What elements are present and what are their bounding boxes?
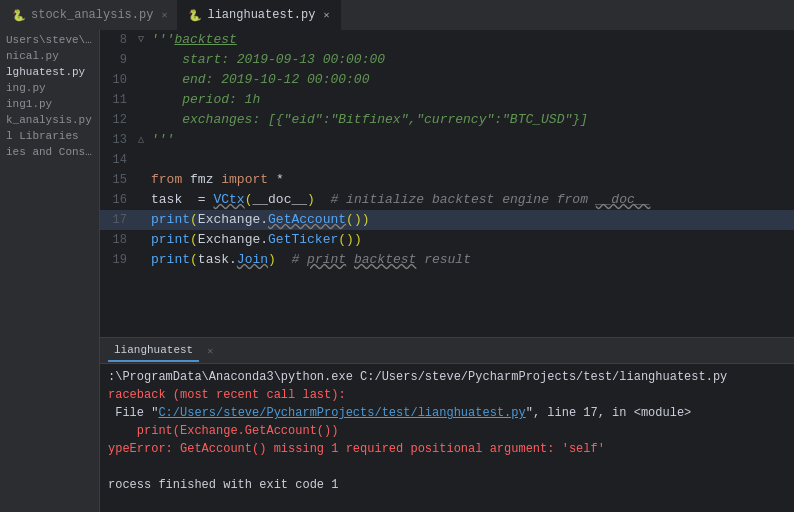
tab-stock-analysis[interactable]: 🐍 stock_analysis.py ✕ bbox=[2, 0, 178, 30]
line-content-10: end: 2019-10-12 00:00:00 bbox=[147, 70, 794, 90]
line-content-12: exchanges: [{"eid":"Bitfinex","currency"… bbox=[147, 110, 794, 130]
sidebar-item-3[interactable]: ing.py bbox=[0, 80, 99, 96]
code-line-19: 19 print(task.Join) # print backtest res… bbox=[100, 250, 794, 270]
line-content-8: '''backtest bbox=[147, 30, 794, 50]
terminal-content: :\ProgramData\Anaconda3\python.exe C:/Us… bbox=[100, 364, 794, 512]
line-content-9: start: 2019-09-13 00:00:00 bbox=[147, 50, 794, 70]
line-num-16: 16 bbox=[100, 190, 135, 210]
line-num-14: 14 bbox=[100, 150, 135, 170]
sidebar-item-6[interactable]: l Libraries bbox=[0, 128, 99, 144]
terminal-tab-liang[interactable]: lianghuatest bbox=[108, 340, 199, 362]
code-line-11: 11 period: 1h bbox=[100, 90, 794, 110]
main-area: Users\steve\Py nical.py lghuatest.py ing… bbox=[0, 30, 794, 512]
sidebar-item-2[interactable]: lghuatest.py bbox=[0, 64, 99, 80]
line-num-17: 17 bbox=[100, 210, 135, 230]
term-line-3: print(Exchange.GetAccount()) bbox=[108, 422, 786, 440]
sidebar-item-5[interactable]: k_analysis.py bbox=[0, 112, 99, 128]
tab-label-active: lianghuatest.py bbox=[207, 8, 315, 22]
line-num-15: 15 bbox=[100, 170, 135, 190]
tab-lianghuatest[interactable]: 🐍 lianghuatest.py ✕ bbox=[178, 0, 340, 30]
line-num-9: 9 bbox=[100, 50, 135, 70]
code-lines: 8 ▽ '''backtest 9 start: 2019-09-13 00:0… bbox=[100, 30, 794, 270]
line-num-13: 13 bbox=[100, 130, 135, 150]
code-line-15: 15 from fmz import * bbox=[100, 170, 794, 190]
terminal-section: lianghuatest ✕ :\ProgramData\Anaconda3\p… bbox=[100, 337, 794, 512]
line-content-13: ''' bbox=[147, 130, 794, 150]
line-num-10: 10 bbox=[100, 70, 135, 90]
line-content-19: print(task.Join) # print backtest result bbox=[147, 250, 794, 270]
code-line-18: 18 print(Exchange.GetTicker()) bbox=[100, 230, 794, 250]
terminal-tab-label: lianghuatest bbox=[114, 344, 193, 356]
term-line-1: raceback (most recent call last): bbox=[108, 386, 786, 404]
code-line-9: 9 start: 2019-09-13 00:00:00 bbox=[100, 50, 794, 70]
terminal-tab-bar: lianghuatest ✕ bbox=[100, 338, 794, 364]
tab-close-stock[interactable]: ✕ bbox=[161, 9, 167, 21]
code-line-10: 10 end: 2019-10-12 00:00:00 bbox=[100, 70, 794, 90]
code-line-13: 13 △ ''' bbox=[100, 130, 794, 150]
line-content-18: print(Exchange.GetTicker()) bbox=[147, 230, 794, 250]
code-line-12: 12 exchanges: [{"eid":"Bitfinex","curren… bbox=[100, 110, 794, 130]
line-num-18: 18 bbox=[100, 230, 135, 250]
tab-close-liang[interactable]: ✕ bbox=[323, 9, 329, 21]
line-content-11: period: 1h bbox=[147, 90, 794, 110]
editor-area: 8 ▽ '''backtest 9 start: 2019-09-13 00:0… bbox=[100, 30, 794, 512]
sidebar-item-1[interactable]: nical.py bbox=[0, 48, 99, 64]
line-num-11: 11 bbox=[100, 90, 135, 110]
term-file-link[interactable]: C:/Users/steve/PycharmProjects/test/lian… bbox=[158, 406, 525, 420]
py-icon-active: 🐍 bbox=[188, 9, 202, 22]
tab-label: stock_analysis.py bbox=[31, 8, 153, 22]
code-line-17: 17 print(Exchange.GetAccount()) bbox=[100, 210, 794, 230]
line-content-17: print(Exchange.GetAccount()) bbox=[147, 210, 794, 230]
code-line-16: 16 task = VCtx(__doc__) # initialize bac… bbox=[100, 190, 794, 210]
sidebar-item-0[interactable]: Users\steve\Py bbox=[0, 32, 99, 48]
terminal-tab-close[interactable]: ✕ bbox=[207, 345, 213, 357]
term-line-4: ypeError: GetAccount() missing 1 require… bbox=[108, 440, 786, 458]
line-num-12: 12 bbox=[100, 110, 135, 130]
term-line-5 bbox=[108, 458, 786, 476]
term-line-0: :\ProgramData\Anaconda3\python.exe C:/Us… bbox=[108, 368, 786, 386]
tab-bar: 🐍 stock_analysis.py ✕ 🐍 lianghuatest.py … bbox=[0, 0, 794, 30]
sidebar-item-4[interactable]: ing1.py bbox=[0, 96, 99, 112]
line-content-15: from fmz import * bbox=[147, 170, 794, 190]
line-content-16: task = VCtx(__doc__) # initialize backte… bbox=[147, 190, 794, 210]
code-line-14: 14 bbox=[100, 150, 794, 170]
sidebar-item-7[interactable]: ies and Console bbox=[0, 144, 99, 160]
py-icon: 🐍 bbox=[12, 9, 26, 22]
term-line-2: File "C:/Users/steve/PycharmProjects/tes… bbox=[108, 404, 786, 422]
code-line-8: 8 ▽ '''backtest bbox=[100, 30, 794, 50]
code-editor[interactable]: 8 ▽ '''backtest 9 start: 2019-09-13 00:0… bbox=[100, 30, 794, 337]
line-num-19: 19 bbox=[100, 250, 135, 270]
term-line-6: rocess finished with exit code 1 bbox=[108, 476, 786, 494]
fold-13[interactable]: △ bbox=[135, 130, 147, 150]
line-num-8: 8 bbox=[100, 30, 135, 50]
fold-8[interactable]: ▽ bbox=[135, 30, 147, 50]
sidebar: Users\steve\Py nical.py lghuatest.py ing… bbox=[0, 30, 100, 512]
